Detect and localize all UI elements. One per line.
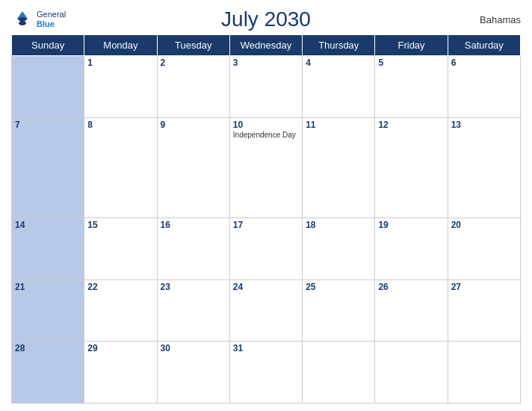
day-number: 11 (306, 120, 371, 130)
calendar-cell: 10Independence Day (229, 117, 302, 218)
day-number: 3 (233, 58, 299, 68)
day-number: 20 (451, 220, 517, 230)
day-number: 21 (15, 282, 81, 292)
calendar-cell: 18 (303, 218, 375, 280)
event-label: Independence Day (233, 131, 299, 139)
calendar-cell: 19 (375, 218, 448, 280)
header-friday: Friday (375, 35, 448, 56)
calendar-cell: 28 (12, 342, 84, 404)
calendar-cell: 7 (12, 117, 84, 218)
day-number: 19 (378, 220, 444, 230)
calendar-cell: 25 (303, 279, 375, 342)
calendar-cell: 21 (12, 279, 84, 342)
calendar-cell (375, 342, 448, 404)
header-wednesday: Wednesday (229, 35, 302, 56)
calendar-cell: 17 (229, 218, 302, 280)
day-number: 16 (161, 220, 226, 230)
header-thursday: Thursday (303, 35, 375, 56)
calendar-cell: 1 (84, 56, 157, 118)
calendar-wrapper: General Blue July 2030 Bahamas Sunday Mo… (0, 0, 532, 411)
day-number: 12 (378, 120, 444, 130)
week-row-1: 123456 (12, 56, 521, 118)
day-number: 18 (306, 220, 371, 230)
calendar-cell (12, 56, 84, 118)
calendar-header: General Blue July 2030 Bahamas (11, 7, 521, 31)
calendar-cell: 27 (448, 279, 520, 342)
day-number: 13 (451, 120, 517, 130)
calendar-cell: 3 (229, 56, 302, 118)
calendar-cell: 20 (448, 218, 520, 280)
calendar-cell: 13 (448, 117, 520, 218)
calendar-cell: 14 (12, 218, 84, 280)
calendar-cell (303, 342, 375, 404)
day-number: 10 (233, 120, 299, 130)
calendar-cell: 15 (84, 218, 157, 280)
calendar-cell: 6 (448, 56, 520, 118)
calendar-title: July 2030 (221, 7, 311, 31)
calendar-cell: 23 (157, 279, 229, 342)
weekday-header-row: Sunday Monday Tuesday Wednesday Thursday… (12, 35, 521, 56)
week-row-4: 21222324252627 (12, 279, 521, 342)
country-label: Bahamas (480, 14, 521, 25)
day-number: 30 (161, 343, 226, 353)
logo: General Blue (11, 8, 66, 31)
calendar-cell: 22 (84, 279, 157, 342)
day-number: 14 (15, 220, 81, 230)
header-saturday: Saturday (448, 35, 520, 56)
calendar-cell: 31 (229, 342, 302, 404)
day-number: 5 (378, 58, 444, 68)
day-number: 9 (161, 120, 226, 130)
day-number: 27 (451, 282, 517, 292)
day-number: 29 (87, 343, 153, 353)
calendar-cell: 2 (157, 56, 229, 118)
calendar-cell: 12 (375, 117, 448, 218)
day-number: 17 (233, 220, 299, 230)
calendar-cell: 8 (84, 117, 157, 218)
day-number: 7 (15, 120, 81, 130)
svg-point-2 (19, 21, 26, 25)
calendar-cell: 30 (157, 342, 229, 404)
day-number: 23 (161, 282, 226, 292)
week-row-3: 14151617181920 (12, 218, 521, 280)
week-row-2: 78910Independence Day111213 (12, 117, 521, 218)
calendar-cell: 11 (303, 117, 375, 218)
calendar-table: Sunday Monday Tuesday Wednesday Thursday… (11, 34, 521, 404)
calendar-cell: 29 (84, 342, 157, 404)
calendar-cell: 9 (157, 117, 229, 218)
header-tuesday: Tuesday (157, 35, 229, 56)
day-number: 4 (306, 58, 371, 68)
day-number: 6 (451, 58, 517, 68)
calendar-cell: 16 (157, 218, 229, 280)
day-number: 26 (378, 282, 444, 292)
calendar-cell (448, 342, 520, 404)
logo-bird-icon (11, 8, 34, 31)
calendar-cell: 4 (303, 56, 375, 118)
calendar-cell: 26 (375, 279, 448, 342)
day-number: 28 (15, 343, 81, 353)
header-monday: Monday (84, 35, 157, 56)
day-number: 24 (233, 282, 299, 292)
day-number: 15 (87, 220, 153, 230)
day-number: 1 (87, 58, 153, 68)
week-row-5: 28293031 (12, 342, 521, 404)
day-number: 31 (233, 343, 299, 353)
day-number: 2 (161, 58, 226, 68)
logo-text: General Blue (37, 10, 66, 29)
header-sunday: Sunday (12, 35, 84, 56)
day-number: 8 (87, 120, 153, 130)
calendar-cell: 5 (375, 56, 448, 118)
day-number: 25 (306, 282, 371, 292)
calendar-cell: 24 (229, 279, 302, 342)
day-number: 22 (87, 282, 153, 292)
